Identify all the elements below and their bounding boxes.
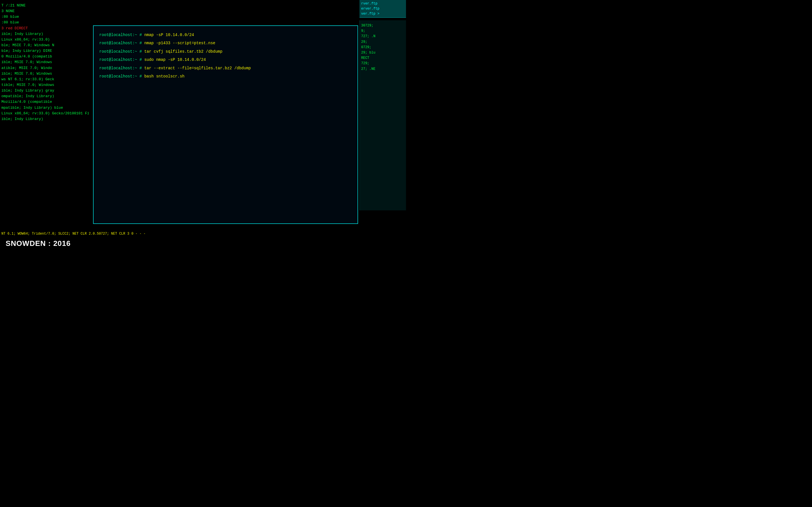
- log-line: ible; MSIE 7.0; Windows: [1, 71, 89, 76]
- log-line: ompatible; Indy Library): [1, 94, 89, 99]
- right-top-line: ver.ftp >: [361, 11, 404, 16]
- right-log-line: 729;: [361, 61, 405, 66]
- log-line: :80 blue: [1, 20, 89, 25]
- log-line: :80 blue: [1, 14, 89, 20]
- log-line: ws NT 6.1; rv:33.0) Geck: [1, 76, 89, 82]
- terminal-line-5: root@localhost:~ # tar --extract --file=…: [99, 64, 352, 72]
- terminal-line-2: root@localhost:~ # nmap -p1433 --script=…: [99, 39, 352, 47]
- right-log-line: 29;: [361, 40, 405, 45]
- right-panel: 30729; 9; 727; .N 29; 0729; 29; blu RECT…: [359, 20, 406, 210]
- log-line: atible; MSIE 7.0; Windo: [1, 65, 89, 71]
- terminal-line-1: root@localhost:~ # nmap -sP 10.14.0.0/24: [99, 31, 352, 39]
- log-line: Mozilla/4.0 (compatible: [1, 99, 89, 105]
- right-top-panel: rver.ftp erver.ftp ver.ftp >: [359, 0, 406, 18]
- terminal-cmd: nmap -sP 10.14.0.0/24: [144, 33, 194, 37]
- right-log-line: 9;: [361, 29, 405, 34]
- terminal-prompt: root@localhost:~ #: [99, 57, 144, 62]
- right-log-line: 727; .N: [361, 34, 405, 39]
- right-log-line: 0729;: [361, 45, 405, 50]
- watermark-text: SNOWDEN : 2016: [6, 239, 71, 248]
- log-line: ble; MSIE 7.0; Windows N: [1, 43, 89, 48]
- terminal-cmd: tar cvfj sqlfiles.tar.tb2 /dbdump: [144, 49, 222, 54]
- terminal-line-6: root@localhost:~ # bash sntoolscr.sh: [99, 72, 352, 80]
- log-line-red-direct: 3 red DIRECT: [1, 25, 89, 31]
- terminal-cmd: tar --extract --file=sqlfiles.tar.bz2 /d…: [144, 66, 251, 70]
- right-log-line: 29; blu: [361, 50, 405, 55]
- log-line: Linux x86_64; rv:33.0): [1, 37, 89, 43]
- terminal-panel: root@localhost:~ # nmap -sP 10.14.0.0/24…: [93, 25, 358, 224]
- log-line: ible; MSIE 7.0; Windows: [1, 59, 89, 65]
- log-line: Linux x86_64; rv:33.0) Gecko/20100101 Fi…: [1, 111, 89, 116]
- terminal-line-3: root@localhost:~ # tar cvfj sqlfiles.tar…: [99, 48, 352, 56]
- bottom-scroll-text: NT 6.1; WOW64; Trident/7.0; SLCC2; NET C…: [0, 231, 406, 237]
- right-top-line: rver.ftp: [361, 1, 404, 6]
- terminal-cmd: sudo nmap -sP 10.14.0.0/24: [144, 57, 206, 62]
- log-line: 3 NONE: [1, 8, 89, 14]
- screen: T /:21 NONE 3 NONE :80 blue :80 blue 3 r…: [0, 0, 406, 253]
- log-line: tible; MSIE 7.0; Windows: [1, 82, 89, 88]
- log-line: 0 Mozilla/4.0 (compatib: [1, 54, 89, 59]
- log-line: T /:21 NONE: [1, 3, 89, 8]
- log-line: ble; Indy Library) DIRE: [1, 48, 89, 54]
- log-line: ible; Indy Library): [1, 116, 89, 122]
- right-log-line: 27; .NE: [361, 66, 405, 72]
- terminal-prompt: root@localhost:~ #: [99, 66, 144, 70]
- log-line: mpatible; Indy Library) blue: [1, 105, 89, 111]
- terminal-prompt: root@localhost:~ #: [99, 74, 144, 78]
- left-panel: T /:21 NONE 3 NONE :80 blue :80 blue 3 r…: [0, 0, 90, 253]
- right-log-line: 30729;: [361, 23, 405, 29]
- log-line: ible; Indy Library) gray: [1, 88, 89, 94]
- terminal-prompt: root@localhost:~ #: [99, 41, 144, 45]
- right-log-line: RECT: [361, 55, 405, 61]
- terminal-line-4: root@localhost:~ # sudo nmap -sP 10.14.0…: [99, 56, 352, 64]
- terminal-prompt: root@localhost:~ #: [99, 33, 144, 37]
- terminal-cmd: nmap -p1433 --script=ptest.nse: [144, 41, 215, 45]
- right-top-line: erver.ftp: [361, 6, 404, 11]
- terminal-cmd: bash sntoolscr.sh: [144, 74, 185, 78]
- terminal-prompt: root@localhost:~ #: [99, 49, 144, 54]
- log-line: ible; Indy Library): [1, 31, 89, 37]
